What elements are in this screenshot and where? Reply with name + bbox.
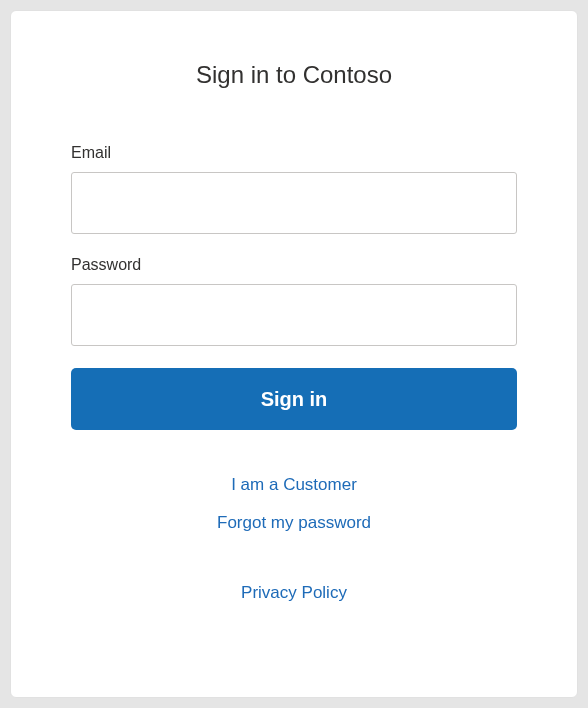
email-label: Email: [71, 144, 517, 162]
page-title: Sign in to Contoso: [71, 61, 517, 89]
password-input[interactable]: [71, 284, 517, 346]
customer-link[interactable]: I am a Customer: [231, 475, 357, 495]
email-field-group: Email: [71, 144, 517, 234]
privacy-policy-link[interactable]: Privacy Policy: [241, 583, 347, 603]
links-section: I am a Customer Forgot my password Priva…: [71, 475, 517, 621]
email-input[interactable]: [71, 172, 517, 234]
password-label: Password: [71, 256, 517, 274]
signin-card: Sign in to Contoso Email Password Sign i…: [10, 10, 578, 698]
forgot-password-link[interactable]: Forgot my password: [217, 513, 371, 533]
signin-button[interactable]: Sign in: [71, 368, 517, 430]
password-field-group: Password: [71, 256, 517, 346]
